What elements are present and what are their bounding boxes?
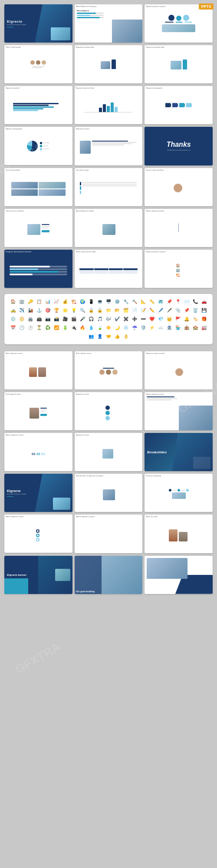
row-9: Find elgracia team Elgracia service [4,392,213,430]
slide-expert-mentor[interactable]: Elgracia expert mentor [145,351,213,389]
slide-testimonial[interactable]: Client Testimonial [4,45,72,83]
donut-content [25,139,52,154]
sales-header [79,268,137,270]
icon-pushpin: 📌 [183,307,190,314]
slide-banner2[interactable]: About elgracia banner [145,556,213,594]
icon-plane: ✈️ [18,307,25,314]
slide-stacked[interactable]: Elgracia stacked [4,86,72,124]
slide-breakslides[interactable]: Breakslides [145,433,213,471]
slide-progress[interactable]: Progress development timeline [4,250,72,288]
slide-thanks[interactable]: Thanks info@email.com www.website.com [145,127,213,165]
slide-cover[interactable]: Elgracia Real Estate Powerpoint Template [4,4,72,43]
rt-1 [147,396,174,397]
icon-snow: ❄️ [122,324,129,331]
gt-img-1 [169,529,178,541]
content-label: Elgracia content [76,128,89,130]
slide-partner2[interactable]: Elgracia partner project 🏠 🏢 🏗️ [145,250,213,288]
slide-mockup2[interactable]: Elgracia mockup slide [145,45,213,83]
break-content: Breakslides [147,450,167,454]
slide-about2[interactable]: About elgracia review [4,515,72,553]
sh-2 [94,268,108,270]
tl-1 [169,489,171,492]
sr2-3 [109,272,123,274]
icon-fire: 🔥 [79,324,86,331]
slide-about[interactable]: About Elgracia Company About Elgracia [75,4,143,43]
donut-chart [27,141,38,152]
about2-row [36,529,40,533]
slide-best-team[interactable]: Best elgracia team [75,351,143,389]
best-team-label: Best elgracia team [76,352,91,354]
tl-2 [178,489,180,492]
icon-battery: 🔋 [62,324,69,331]
bar-2 [176,22,182,23]
icon-fax: 📠 [36,316,43,323]
row-7: Progress development timeline Sales achi… [4,250,213,288]
slide-find-team[interactable]: Find elgracia team [4,392,72,430]
slide-content[interactable]: Elgracia content [75,127,143,165]
sh-1 [79,268,94,270]
slide-stacked-chart[interactable]: Elgracia stacked chart [75,86,143,124]
slide-doctor-type[interactable]: Our doctor type [75,168,143,206]
slide-infographic2[interactable]: Elgracia infographic [4,127,72,165]
service-content [103,403,113,422]
slide-doctor-team[interactable]: Doctor team portfolio [145,168,213,206]
legend-1 [40,142,49,144]
slide-about-service2[interactable]: About elgracia review 01 02 03 [4,433,72,471]
icon-water: 💧 [88,324,95,331]
slide-about-review[interactable]: About elgracia review [145,392,213,430]
slide-about3[interactable]: About elgracia content [75,515,143,553]
icon-camera: 📷 [44,316,51,323]
team-avatar-1 [174,184,182,192]
slide-portfolio[interactable]: Our best portfolio [4,168,72,206]
doctor-team-content [171,182,186,195]
icons-grid: 🏠 🏢 🔑 📋 📊 📈 💰 🏗️ 🌍 📱 💻 🖥️ ⚙️ 🔧 🔨 📐 📏 🗺️ … [9,298,208,340]
cl-button[interactable] [42,230,49,232]
as2-content: 01 02 03 [30,450,47,458]
service2-content [100,447,117,461]
slide-clinic-lesson[interactable]: Clinic lesson portfolio [4,209,72,247]
banner2-label: About elgracia banner [146,590,164,592]
mockup2-label: Elgracia mockup slide [146,46,164,48]
arrow-2 [172,103,178,107]
slide-great-team[interactable]: Meet our team [145,515,213,553]
legend-color-3 [40,148,42,150]
ph-2 [39,182,66,188]
slide-elgracia-details[interactable]: About Elgracia details [75,209,143,247]
sh-3 [109,268,123,270]
p2-icon-3: 🏗️ [176,273,180,277]
icon-headphones: 🎧 [88,316,95,323]
ph-1 [11,182,38,188]
pptx-badge: PPTX [199,3,214,10]
icon-monitor: 🖥️ [105,298,112,305]
slide-elgracia-project[interactable]: About elgracia project [145,209,213,247]
slide-sales[interactable]: Sales achievement table [75,250,143,288]
slide-history[interactable]: History of elgracia [145,474,213,512]
partner-icon-1 [168,15,174,21]
chart-bar-5 [115,107,118,112]
slide-elgracia-banner[interactable]: Elgracia banner [4,556,72,594]
slide-cover2[interactable]: Elgracia Real Estate Powerpoint Template [4,474,72,512]
cl-2 [42,226,49,227]
cover-house-image [51,27,70,40]
find-button[interactable] [40,414,47,416]
slide-infographic1[interactable]: Elgracia infographic [145,86,213,124]
slide-intro[interactable]: Introduction of elgracia company [75,474,143,512]
slide-great-building[interactable]: Our great building [75,556,143,594]
slide-mockup1[interactable]: Elgracia mockup slide [75,45,143,83]
mockup2-content [168,57,189,72]
icon-hammer: 🔨 [131,298,138,305]
legend-bar-1 [43,142,49,143]
clinic-img [27,224,40,235]
slide-meet-team[interactable]: Meet elgracia review [4,351,72,389]
icon-tag: 🏷️ [192,316,199,323]
icon-bell: 🔔 [183,316,190,323]
testimonial-content [28,57,48,72]
slide-partner[interactable]: Elgracia partner project [145,4,213,43]
sales-table [79,268,137,274]
slide-service[interactable]: Elgracia service [75,392,143,430]
slide-service2[interactable]: Elgracia service [75,433,143,471]
sr2-1 [79,272,94,274]
intro-label: Introduction of elgracia company [76,475,103,477]
building-label: Our great building [76,590,95,593]
si-2 [105,411,110,415]
